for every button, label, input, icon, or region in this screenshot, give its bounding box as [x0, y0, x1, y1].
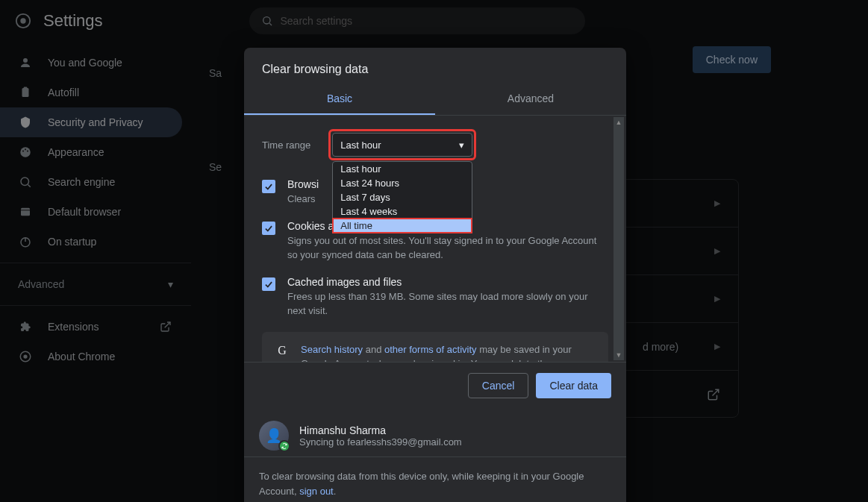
- dropdown-option-last-4-weeks[interactable]: Last 4 weeks: [333, 204, 472, 219]
- time-range-label: Time range: [262, 139, 310, 151]
- cancel-button[interactable]: Cancel: [468, 373, 529, 398]
- scroll-down-icon[interactable]: ▼: [613, 350, 624, 360]
- scroll-up-icon[interactable]: ▲: [613, 117, 624, 128]
- signout-note: To clear browsing data from this device …: [244, 457, 626, 502]
- time-range-row: Time range Last hour ▾ Last hour Last 24…: [262, 129, 608, 160]
- check-desc: Signs you out of most sites. You'll stay…: [287, 233, 608, 263]
- account-sync-line: Syncing to fearlesshs399@gmail.com: [299, 436, 462, 448]
- dropdown-selected-value: Last hour: [340, 139, 381, 151]
- account-email: fearlesshs399@gmail.com: [347, 436, 461, 448]
- tab-basic[interactable]: Basic: [244, 84, 435, 115]
- dropdown-option-last-hour[interactable]: Last hour: [333, 162, 472, 176]
- dialog-actions: Cancel Clear data: [244, 362, 626, 409]
- scrollbar[interactable]: ▲ ▼: [613, 117, 624, 360]
- checkbox-browsing-history[interactable]: [262, 180, 275, 193]
- avatar-wrap: 👤: [259, 421, 289, 451]
- dialog-tabs: Basic Advanced: [244, 84, 626, 116]
- dropdown-option-last-24-hours[interactable]: Last 24 hours: [333, 176, 472, 190]
- check-title: Cached images and files: [287, 276, 608, 288]
- clear-data-button[interactable]: Clear data: [536, 373, 611, 398]
- other-activity-link[interactable]: other forms of activity: [384, 344, 477, 355]
- google-g-icon: G: [274, 342, 290, 359]
- time-range-dropdown[interactable]: Last hour ▾: [332, 133, 472, 157]
- chevron-down-icon: ▾: [459, 139, 464, 151]
- sign-out-link[interactable]: sign out: [299, 486, 334, 497]
- info-box: G Search history and other forms of acti…: [262, 332, 608, 363]
- account-info: Himanshu Sharma Syncing to fearlesshs399…: [299, 424, 462, 448]
- checkbox-cookies[interactable]: [262, 222, 275, 235]
- checkbox-cache[interactable]: [262, 277, 275, 291]
- tab-advanced[interactable]: Advanced: [435, 84, 626, 115]
- time-range-highlight: Last hour ▾ Last hour Last 24 hours Last…: [328, 129, 476, 160]
- dialog-body: ▲ ▼ Time range Last hour ▾ Last hour Las…: [244, 116, 626, 362]
- info-text: Search history and other forms of activi…: [301, 342, 596, 363]
- dialog-title: Clear browsing data: [244, 48, 626, 84]
- account-name: Himanshu Sharma: [299, 424, 462, 436]
- dropdown-option-all-time[interactable]: All time: [333, 219, 472, 233]
- clear-browsing-data-dialog: Clear browsing data Basic Advanced ▲ ▼ T…: [244, 48, 626, 502]
- sync-badge-icon: [278, 440, 290, 452]
- dropdown-option-last-7-days[interactable]: Last 7 days: [333, 190, 472, 204]
- search-history-link[interactable]: Search history: [301, 344, 363, 355]
- time-range-dropdown-list: Last hour Last 24 hours Last 7 days Last…: [332, 161, 472, 233]
- checkbox-row-cache: Cached images and files Frees up less th…: [262, 276, 608, 319]
- check-desc: Frees up less than 319 MB. Some sites ma…: [287, 289, 608, 319]
- account-section: 👤 Himanshu Sharma Syncing to fearlesshs3…: [244, 409, 626, 457]
